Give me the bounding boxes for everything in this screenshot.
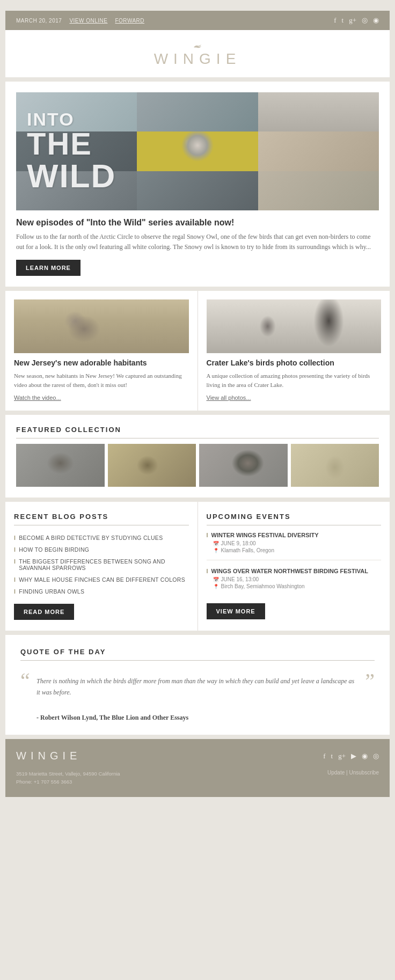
social-twitter-icon[interactable]: t xyxy=(342,16,344,25)
hero-line-wild: WILD xyxy=(27,159,116,193)
featured-thumb-2[interactable] xyxy=(108,444,196,487)
header: WINGIE xyxy=(5,30,390,77)
nj-body: New season, new habitants in New Jersey!… xyxy=(14,371,189,389)
quote-author: - Robert Wilson Lynd, The Blue Lion and … xyxy=(36,714,375,722)
social-instagram-icon[interactable]: ◉ xyxy=(373,16,379,25)
featured-thumb-4[interactable] xyxy=(291,444,379,487)
social-gplus-icon[interactable]: g+ xyxy=(349,16,356,25)
footer-address: 3519 Marietta Street, Vallejo, 94590 Cal… xyxy=(16,770,120,786)
hero-body: Follow us to the far north of the Arctic… xyxy=(16,232,379,252)
footer-twitter-icon[interactable]: t xyxy=(331,752,333,760)
footer-instagram-icon[interactable]: ◉ xyxy=(362,752,368,760)
logo-bird-icon xyxy=(193,43,202,49)
footer-logo: WINGIE xyxy=(16,750,81,762)
quote-close-mark: ” xyxy=(365,672,375,690)
quote-open-mark: “ xyxy=(20,672,30,690)
hero-text-overlay: INTO THE WILD xyxy=(16,92,379,210)
footer-gplus-icon[interactable]: g+ xyxy=(338,752,346,760)
footer-social: f t g+ ▶ ◉ ◎ xyxy=(323,752,379,760)
pin-icon-2: 📍 xyxy=(213,584,219,589)
event-2-location: 📍 Birch Bay, Semiahmoo Washington xyxy=(213,583,382,589)
featured-thumb-3[interactable] xyxy=(199,444,288,487)
footer-youtube-icon[interactable]: ▶ xyxy=(351,752,356,760)
hero-image: INTO THE WILD xyxy=(16,92,379,210)
blog-item-1: BECOME A BIRD DETECTIVE BY STUDYING CLUE… xyxy=(14,532,189,544)
crater-body: A unique collection of amazing photos pr… xyxy=(207,371,382,389)
blog-section-title: RECENT BLOG POSTS xyxy=(14,513,189,525)
featured-grid xyxy=(16,444,379,487)
top-bar-social: f t g+ ◎ ◉ xyxy=(334,16,379,25)
events-list: WINTER WINGS FESTIVAL DIVERSITY 📅 JUNE 9… xyxy=(207,532,382,596)
blog-list: BECOME A BIRD DETECTIVE BY STUDYING CLUE… xyxy=(14,532,189,597)
email-wrapper: MARCH 20, 2017 VIEW ONLINE FORWARD f t g… xyxy=(0,0,395,808)
blog-column: RECENT BLOG POSTS BECOME A BIRD DETECTIV… xyxy=(5,502,198,631)
event-2-date: 📅 JUNE 16, 13:00 xyxy=(213,576,382,582)
hero-title: New episodes of "Into the Wild" series a… xyxy=(16,218,379,228)
unsubscribe-link[interactable]: Unsubscribe xyxy=(349,770,379,776)
two-column-section: New Jersey's new adorable habitants New … xyxy=(5,291,390,411)
logo: WINGIE xyxy=(16,42,379,68)
featured-section: FEATURED COLLECTION xyxy=(5,415,390,498)
read-more-button[interactable]: READ MORE xyxy=(14,604,74,620)
footer: WINGIE f t g+ ▶ ◉ ◎ 3519 Marietta Street… xyxy=(5,739,390,796)
event-item-1: WINTER WINGS FESTIVAL DIVERSITY 📅 JUNE 9… xyxy=(207,532,382,560)
calendar-icon: 📅 xyxy=(213,541,219,546)
blog-item-3: THE BIGGEST DIFFERENCES BETWEEN SONG AND… xyxy=(14,555,189,574)
top-bar-left: MARCH 20, 2017 VIEW ONLINE FORWARD xyxy=(16,18,144,24)
event-item-2: WINGS OVER WATER NORTHWEST BIRDING FESTI… xyxy=(207,568,382,596)
event-1-name: WINTER WINGS FESTIVAL DIVERSITY xyxy=(207,532,382,538)
footer-top: WINGIE f t g+ ▶ ◉ ◎ xyxy=(16,750,379,762)
calendar-icon-2: 📅 xyxy=(213,577,219,582)
event-2-name: WINGS OVER WATER NORTHWEST BIRDING FESTI… xyxy=(207,568,382,574)
social-facebook-icon[interactable]: f xyxy=(334,16,336,25)
quote-content: “ ” There is nothing in which the birds … xyxy=(20,666,375,707)
nj-link[interactable]: Watch the video... xyxy=(14,394,61,401)
logo-text: WINGIE xyxy=(16,50,379,68)
quote-section: QUOTE OF THE DAY “ ” There is nothing in… xyxy=(5,635,390,735)
quote-text: There is nothing in which the birds diff… xyxy=(36,676,359,698)
crater-image xyxy=(207,299,382,353)
blog-events-section: RECENT BLOG POSTS BECOME A BIRD DETECTIV… xyxy=(5,502,390,631)
featured-thumb-1[interactable] xyxy=(16,444,105,487)
view-online-link[interactable]: VIEW ONLINE xyxy=(69,18,107,24)
featured-title: FEATURED COLLECTION xyxy=(16,426,379,438)
forward-link[interactable]: FORWARD xyxy=(115,18,144,24)
footer-links: Update | Unsubscribe xyxy=(327,770,379,776)
crater-column: Crater Lake's birds photo collection A u… xyxy=(198,291,390,411)
event-1-location: 📍 Klamath Falls, Oregon xyxy=(213,547,382,553)
footer-bottom: 3519 Marietta Street, Vallejo, 94590 Cal… xyxy=(16,770,379,786)
nj-title: New Jersey's new adorable habitants xyxy=(14,359,189,367)
blog-item-4: WHY MALE HOUSE FINCHES CAN BE DIFFERENT … xyxy=(14,574,189,586)
nj-image xyxy=(14,299,189,353)
footer-address-line2: Phone: +1 707 556 3663 xyxy=(16,778,120,786)
hero-line-into: INTO xyxy=(27,110,75,128)
hero-line-the: THE xyxy=(27,128,92,159)
hero-section: INTO THE WILD New episodes of "Into the … xyxy=(5,82,390,287)
event-1-date: 📅 JUNE 9, 18:00 xyxy=(213,540,382,546)
nj-column: New Jersey's new adorable habitants New … xyxy=(5,291,198,411)
events-column: UPCOMING EVENTS WINTER WINGS FESTIVAL DI… xyxy=(198,502,390,631)
date-label: MARCH 20, 2017 xyxy=(16,18,62,24)
blog-item-5: FINDING URBAN OWLS xyxy=(14,586,189,597)
update-link[interactable]: Update xyxy=(327,770,345,776)
events-section-title: UPCOMING EVENTS xyxy=(207,513,382,525)
footer-facebook-icon[interactable]: f xyxy=(323,752,325,760)
crater-link[interactable]: View all photos... xyxy=(207,394,251,401)
blog-item-2: HOW TO BEGIN BIRDING xyxy=(14,544,189,555)
quote-section-title: QUOTE OF THE DAY xyxy=(20,648,375,661)
pin-icon: 📍 xyxy=(213,548,219,553)
footer-address-line1: 3519 Marietta Street, Vallejo, 94590 Cal… xyxy=(16,770,120,778)
crater-title: Crater Lake's birds photo collection xyxy=(207,359,382,367)
view-more-button[interactable]: VIEW MORE xyxy=(207,603,265,619)
learn-more-button[interactable]: LEARN MORE xyxy=(16,260,81,276)
footer-pinterest-icon[interactable]: ◎ xyxy=(373,752,379,760)
top-bar: MARCH 20, 2017 VIEW ONLINE FORWARD f t g… xyxy=(5,11,390,30)
social-pinterest-icon[interactable]: ◎ xyxy=(362,16,368,25)
